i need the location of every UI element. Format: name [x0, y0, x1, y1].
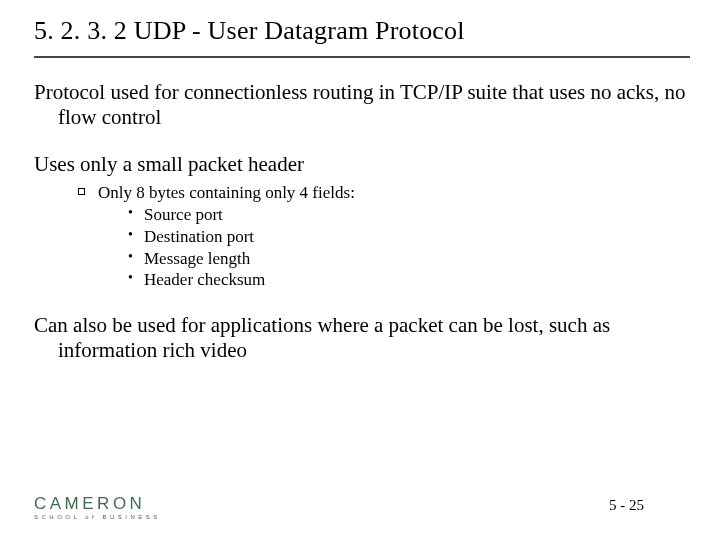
field-list: Source port Destination port Message len…: [128, 204, 690, 291]
paragraph-header-size: Uses only a small packet header: [34, 152, 690, 177]
slide-body: Protocol used for connectionless routing…: [34, 80, 690, 385]
field-destination-port: Destination port: [128, 226, 690, 248]
slide: 5. 2. 3. 2 UDP - User Datagram Protocol …: [0, 0, 720, 540]
brand-wordmark: CAMERON: [34, 495, 161, 512]
square-bullet-icon: [78, 188, 85, 195]
page-number: 5 - 25: [609, 497, 644, 514]
sub-item-label: Only 8 bytes containing only 4 fields:: [98, 183, 355, 202]
sublist: Only 8 bytes containing only 4 fields: S…: [78, 182, 690, 291]
field-header-checksum: Header checksum: [128, 269, 690, 291]
sub-item-fields: Only 8 bytes containing only 4 fields: S…: [78, 182, 690, 291]
brand-tagline: SCHOOL of BUSINESS: [34, 514, 161, 520]
field-source-port: Source port: [128, 204, 690, 226]
slide-title: 5. 2. 3. 2 UDP - User Datagram Protocol: [34, 16, 465, 46]
brand-logo: CAMERON SCHOOL of BUSINESS: [34, 495, 161, 520]
field-message-length: Message length: [128, 248, 690, 270]
title-underline: [34, 56, 690, 58]
paragraph-intro: Protocol used for connectionless routing…: [34, 80, 690, 130]
paragraph-applications: Can also be used for applications where …: [34, 313, 690, 363]
